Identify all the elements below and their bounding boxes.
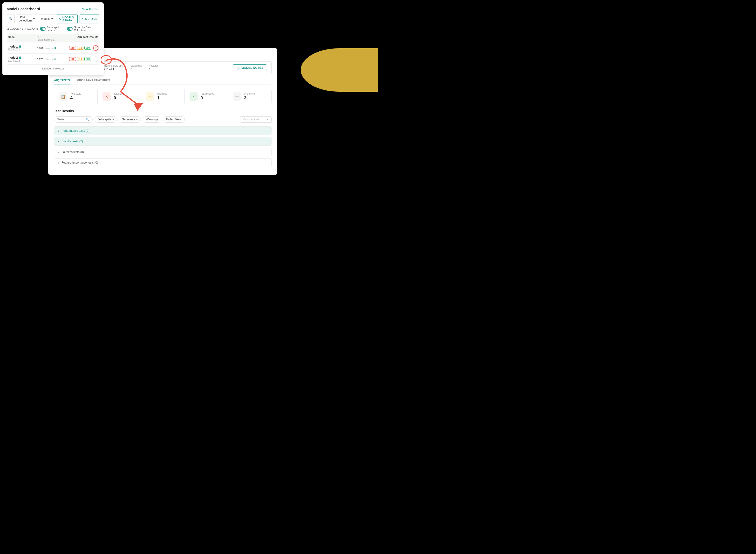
action-left: ⊞ COLUMNS ↓ EXPORT [7, 27, 38, 31]
stability-tests-header[interactable]: ▶ Stability tests (2) [54, 137, 271, 146]
fairness-tests-label: Fairness tests (0) [62, 150, 84, 154]
model1-badge-green: ⊡ 0 [84, 46, 91, 50]
model1-aiq: ⊡ 0 ⊡ 1 ⊡ 0 ☞ [56, 45, 99, 51]
leaderboard-search[interactable]: 🔍 [7, 14, 15, 23]
test-results-title: Test Results [54, 109, 271, 113]
chevron-down-icon: ▾ [136, 118, 138, 121]
green-badge-icon: ⊡ [86, 58, 88, 60]
undefined-label: Undefined [244, 93, 255, 95]
info-dot-icon [19, 56, 21, 59]
chevron-down-icon: ▾ [51, 17, 53, 20]
model1-badge-red: ⊡ 0 [69, 46, 76, 50]
compare-with-select[interactable]: Compare with ▾ [240, 116, 271, 123]
total-passed-label: Total passed [201, 93, 214, 95]
search-icon: 🔍 [86, 118, 89, 121]
yellow-badge-icon: ⊡ [78, 47, 80, 49]
model2-detail-arrow[interactable]: → [93, 56, 99, 62]
model2-badge-yellow: ⊡ 1 [77, 57, 84, 61]
leaderboard-title: Model Leaderboard [7, 7, 40, 11]
data-collections-dropdown[interactable]: Data collections ▾ [17, 14, 37, 23]
fairness-tests-group: ▶ Fairness tests (0) [54, 148, 271, 156]
show-split-names-toggle[interactable]: Show split names [40, 26, 65, 32]
stat-total-tests: 📋 Total tests 4 [54, 89, 98, 104]
chevron-down-icon: ▾ [33, 17, 35, 20]
chevron-right-icon: ▶ [58, 151, 60, 154]
model2-badge-red: ⊡ 0 [69, 57, 76, 61]
warnings-filter[interactable]: Warnings [143, 116, 161, 123]
models-data-button[interactable]: ⚙ MODELS & DATA [57, 14, 78, 23]
fairness-tests-header[interactable]: ▶ Fairness tests (0) [54, 148, 271, 156]
col-model: Model [8, 36, 37, 41]
total-tests-value: 4 [70, 96, 81, 101]
yellow-accent-decoration [301, 48, 378, 92]
total-failed-icon: ✕ [103, 93, 111, 101]
leaderboard-header: Model Leaderboard NEW MODEL [7, 7, 99, 11]
model2-name: model2 [8, 56, 37, 59]
model2-aiq: ⊡ 0 ⊡ 1 ⊡ 0 → [56, 56, 99, 62]
total-passed-value: 0 [201, 96, 214, 101]
chevron-right-icon: ▶ [58, 129, 60, 132]
search-icon: 🔍 [9, 17, 12, 20]
leaderboard-toolbar: 🔍 Data collections ▾ Models ▾ ⚙ MODELS &… [7, 14, 99, 23]
model1-date: 10/24/2022 [8, 48, 37, 51]
tab-aiq-tests[interactable]: AIQ TESTS [54, 79, 70, 85]
failed-tests-filter[interactable]: Failed Tests [163, 116, 185, 123]
test-search-input[interactable] [57, 118, 84, 121]
metrics-button[interactable]: 〜 METRICS [79, 14, 100, 23]
stat-undefined: — Undefined 3 [228, 89, 271, 104]
export-button[interactable]: ↓ EXPORT [25, 27, 38, 30]
undefined-value: 3 [244, 96, 255, 101]
meta-training: Training Data split 2017-FL [104, 64, 123, 71]
data-splits-filter[interactable]: Data splits ▾ [94, 116, 117, 123]
leaderboard-footer: Number of rows: 2 [7, 65, 99, 71]
col-aiq: AIQ Test Results [56, 36, 99, 41]
test-search[interactable]: 🔍 [54, 116, 92, 123]
table-header: Model F1 (Evaluation split ) AIQ Test Re… [7, 34, 99, 43]
models-dropdown[interactable]: Models ▾ [39, 14, 55, 23]
total-failed-label: Total failed [114, 93, 125, 95]
meta-features-value: 16 [149, 67, 159, 71]
tab-important-features[interactable]: IMPORTANT FEATURES [76, 79, 110, 84]
model1-detail-arrow[interactable]: ☞ [93, 45, 99, 51]
green-badge-icon: ⊡ [86, 47, 88, 49]
model2-f1: 0.778 2017-CA [37, 57, 56, 61]
chevron-down-icon: ▾ [267, 118, 268, 121]
group-dc-toggle-switch[interactable] [67, 27, 73, 31]
feature-importance-label: Feature Importance tests (0) [62, 161, 98, 164]
model1-name: model1 [8, 45, 37, 48]
total-tests-label: Total tests [70, 93, 81, 95]
col-f1: F1 (Evaluation split ) [37, 36, 56, 41]
undefined-icon: — [233, 93, 241, 101]
model1-f1: 0.781 2017-CA [37, 46, 56, 50]
yellow-badge-icon: ⊡ [78, 58, 80, 60]
performance-tests-group: ▶ Performance tests (2) [54, 126, 271, 135]
models-data-icon: ⚙ [59, 17, 62, 20]
detail-tabs: AIQ TESTS IMPORTANT FEATURES [54, 79, 271, 85]
total-passed-icon: ✓ [190, 93, 198, 101]
chevron-right-icon: ▶ [58, 161, 60, 164]
meta-splits-label: Data splits [130, 64, 142, 67]
leaderboard-panel: Model Leaderboard NEW MODEL 🔍 Data colle… [2, 2, 104, 75]
model2-badge-green: ⊡ 0 [84, 57, 91, 61]
model1-cell: model1 10/24/2022 [8, 45, 37, 51]
warnings-value: 1 [157, 96, 167, 101]
performance-tests-header[interactable]: ▶ Performance tests (2) [54, 127, 271, 135]
model-notes-button[interactable]: 📄 MODEL NOTES [233, 64, 267, 71]
warnings-icon: ⚠ [146, 93, 154, 101]
chevron-right-icon: ▶ [58, 140, 60, 143]
group-by-dc-toggle[interactable]: Group by Data Collection [67, 26, 99, 32]
stat-warnings: ⚠ Warnings 1 [141, 89, 185, 104]
meta-features-label: Features [149, 64, 159, 67]
table-row: model2 10/24/2022 0.778 2017-CA ⊡ 0 ⊡ 1 [7, 54, 99, 65]
meta-training-label: Training Data split [104, 64, 123, 67]
columns-button[interactable]: ⊞ COLUMNS [7, 27, 23, 31]
action-right: Show split names Group by Data Collectio… [40, 26, 99, 32]
red-badge-icon: ⊡ [71, 58, 73, 60]
stability-tests-group: ▶ Stability tests (2) [54, 137, 271, 146]
new-model-button[interactable]: NEW MODEL [82, 7, 99, 10]
metrics-icon: 〜 [82, 17, 84, 21]
performance-tests-label: Performance tests (2) [62, 129, 89, 132]
split-names-toggle-switch[interactable] [40, 27, 46, 31]
segments-filter[interactable]: Segments ▾ [119, 116, 141, 123]
feature-importance-header[interactable]: ▶ Feature Importance tests (0) [54, 159, 271, 167]
